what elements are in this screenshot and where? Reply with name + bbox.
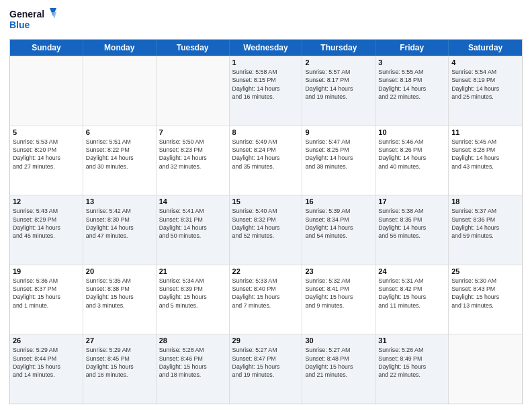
day-cell-11: 11Sunrise: 5:45 AM Sunset: 8:28 PM Dayli… (449, 126, 522, 195)
logo: General Blue (9, 7, 56, 35)
cell-info: Sunrise: 5:58 AM Sunset: 8:15 PM Dayligh… (232, 68, 300, 101)
weekday-header-friday: Friday (375, 40, 449, 56)
svg-text:General: General (9, 9, 44, 19)
day-number: 4 (451, 58, 519, 66)
day-cell-19: 19Sunrise: 5:36 AM Sunset: 8:37 PM Dayli… (10, 265, 83, 334)
cell-info: Sunrise: 5:38 AM Sunset: 8:35 PM Dayligh… (378, 207, 445, 240)
day-number: 8 (232, 128, 300, 136)
cell-info: Sunrise: 5:27 AM Sunset: 8:47 PM Dayligh… (232, 346, 300, 379)
day-cell-25: 25Sunrise: 5:30 AM Sunset: 8:43 PM Dayli… (449, 265, 522, 334)
day-number: 7 (159, 128, 226, 136)
cell-info: Sunrise: 5:54 AM Sunset: 8:19 PM Dayligh… (451, 68, 519, 101)
calendar-row-5: 26Sunrise: 5:29 AM Sunset: 8:44 PM Dayli… (10, 334, 522, 404)
cell-info: Sunrise: 5:47 AM Sunset: 8:25 PM Dayligh… (305, 138, 372, 171)
calendar-row-2: 5Sunrise: 5:53 AM Sunset: 8:20 PM Daylig… (10, 126, 522, 195)
day-cell-30: 30Sunrise: 5:27 AM Sunset: 8:48 PM Dayli… (302, 334, 375, 404)
day-cell-18: 18Sunrise: 5:37 AM Sunset: 8:36 PM Dayli… (449, 195, 522, 265)
day-cell-31: 31Sunrise: 5:26 AM Sunset: 8:49 PM Dayli… (375, 334, 449, 404)
weekday-header-wednesday: Wednesday (230, 40, 303, 56)
day-cell-10: 10Sunrise: 5:46 AM Sunset: 8:26 PM Dayli… (375, 126, 449, 195)
day-cell-29: 29Sunrise: 5:27 AM Sunset: 8:47 PM Dayli… (230, 334, 303, 404)
calendar-body: 1Sunrise: 5:58 AM Sunset: 8:15 PM Daylig… (10, 56, 522, 404)
logo-svg: General Blue (9, 7, 56, 35)
day-number: 31 (378, 336, 445, 345)
cell-info: Sunrise: 5:32 AM Sunset: 8:41 PM Dayligh… (305, 277, 372, 310)
cell-info: Sunrise: 5:51 AM Sunset: 8:22 PM Dayligh… (86, 138, 153, 171)
empty-cell (449, 334, 522, 404)
day-number: 3 (378, 58, 445, 66)
calendar: SundayMondayTuesdayWednesdayThursdayFrid… (9, 39, 523, 404)
cell-info: Sunrise: 5:30 AM Sunset: 8:43 PM Dayligh… (451, 277, 519, 310)
day-cell-5: 5Sunrise: 5:53 AM Sunset: 8:20 PM Daylig… (10, 126, 83, 195)
day-cell-8: 8Sunrise: 5:49 AM Sunset: 8:24 PM Daylig… (230, 126, 303, 195)
day-cell-20: 20Sunrise: 5:35 AM Sunset: 8:38 PM Dayli… (83, 265, 157, 334)
cell-info: Sunrise: 5:45 AM Sunset: 8:28 PM Dayligh… (451, 138, 519, 171)
day-cell-14: 14Sunrise: 5:41 AM Sunset: 8:31 PM Dayli… (157, 195, 230, 265)
cell-info: Sunrise: 5:49 AM Sunset: 8:24 PM Dayligh… (232, 138, 300, 171)
day-cell-15: 15Sunrise: 5:40 AM Sunset: 8:32 PM Dayli… (230, 195, 303, 265)
cell-info: Sunrise: 5:29 AM Sunset: 8:45 PM Dayligh… (86, 346, 153, 379)
day-cell-2: 2Sunrise: 5:57 AM Sunset: 8:17 PM Daylig… (302, 56, 375, 126)
weekday-header-monday: Monday (83, 40, 157, 56)
cell-info: Sunrise: 5:35 AM Sunset: 8:38 PM Dayligh… (86, 277, 153, 310)
day-number: 28 (159, 336, 226, 345)
day-cell-13: 13Sunrise: 5:42 AM Sunset: 8:30 PM Dayli… (83, 195, 157, 265)
weekday-header-saturday: Saturday (449, 40, 522, 56)
day-cell-21: 21Sunrise: 5:34 AM Sunset: 8:39 PM Dayli… (157, 265, 230, 334)
cell-info: Sunrise: 5:27 AM Sunset: 8:48 PM Dayligh… (305, 346, 372, 379)
day-cell-3: 3Sunrise: 5:55 AM Sunset: 8:18 PM Daylig… (375, 56, 449, 126)
page: General Blue SundayMondayTuesdayWednesda… (0, 0, 532, 411)
day-cell-24: 24Sunrise: 5:31 AM Sunset: 8:42 PM Dayli… (375, 265, 449, 334)
day-cell-17: 17Sunrise: 5:38 AM Sunset: 8:35 PM Dayli… (375, 195, 449, 265)
calendar-row-4: 19Sunrise: 5:36 AM Sunset: 8:37 PM Dayli… (10, 265, 522, 334)
day-cell-22: 22Sunrise: 5:33 AM Sunset: 8:40 PM Dayli… (230, 265, 303, 334)
weekday-header-thursday: Thursday (302, 40, 375, 56)
cell-info: Sunrise: 5:53 AM Sunset: 8:20 PM Dayligh… (13, 138, 80, 171)
cell-info: Sunrise: 5:40 AM Sunset: 8:32 PM Dayligh… (232, 207, 300, 240)
empty-cell (10, 56, 83, 126)
svg-text:Blue: Blue (9, 19, 30, 30)
day-cell-7: 7Sunrise: 5:50 AM Sunset: 8:23 PM Daylig… (157, 126, 230, 195)
day-number: 14 (159, 197, 226, 205)
day-number: 11 (451, 128, 519, 136)
cell-info: Sunrise: 5:34 AM Sunset: 8:39 PM Dayligh… (159, 277, 226, 310)
day-number: 9 (305, 128, 372, 136)
calendar-row-3: 12Sunrise: 5:43 AM Sunset: 8:29 PM Dayli… (10, 195, 522, 265)
cell-info: Sunrise: 5:36 AM Sunset: 8:37 PM Dayligh… (13, 277, 80, 310)
day-number: 13 (86, 197, 153, 205)
weekday-header-tuesday: Tuesday (157, 40, 230, 56)
cell-info: Sunrise: 5:26 AM Sunset: 8:49 PM Dayligh… (378, 346, 445, 379)
day-number: 26 (13, 336, 80, 345)
cell-info: Sunrise: 5:33 AM Sunset: 8:40 PM Dayligh… (232, 277, 300, 310)
day-number: 17 (378, 197, 445, 205)
day-number: 5 (13, 128, 80, 136)
day-number: 16 (305, 197, 372, 205)
svg-marker-3 (52, 12, 56, 19)
day-cell-12: 12Sunrise: 5:43 AM Sunset: 8:29 PM Dayli… (10, 195, 83, 265)
day-number: 15 (232, 197, 300, 205)
day-number: 10 (378, 128, 445, 136)
header: General Blue (9, 7, 523, 35)
day-number: 30 (305, 336, 372, 345)
day-number: 29 (232, 336, 300, 345)
weekday-header-sunday: Sunday (10, 40, 83, 56)
day-number: 22 (232, 267, 300, 275)
calendar-header: SundayMondayTuesdayWednesdayThursdayFrid… (10, 40, 522, 56)
cell-info: Sunrise: 5:43 AM Sunset: 8:29 PM Dayligh… (13, 207, 80, 240)
empty-cell (83, 56, 157, 126)
cell-info: Sunrise: 5:29 AM Sunset: 8:44 PM Dayligh… (13, 346, 80, 379)
cell-info: Sunrise: 5:31 AM Sunset: 8:42 PM Dayligh… (378, 277, 445, 310)
cell-info: Sunrise: 5:42 AM Sunset: 8:30 PM Dayligh… (86, 207, 153, 240)
day-number: 23 (305, 267, 372, 275)
cell-info: Sunrise: 5:37 AM Sunset: 8:36 PM Dayligh… (451, 207, 519, 240)
day-number: 21 (159, 267, 226, 275)
cell-info: Sunrise: 5:28 AM Sunset: 8:46 PM Dayligh… (159, 346, 226, 379)
day-number: 20 (86, 267, 153, 275)
day-cell-9: 9Sunrise: 5:47 AM Sunset: 8:25 PM Daylig… (302, 126, 375, 195)
cell-info: Sunrise: 5:50 AM Sunset: 8:23 PM Dayligh… (159, 138, 226, 171)
day-cell-26: 26Sunrise: 5:29 AM Sunset: 8:44 PM Dayli… (10, 334, 83, 404)
day-number: 27 (86, 336, 153, 345)
day-number: 12 (13, 197, 80, 205)
cell-info: Sunrise: 5:39 AM Sunset: 8:34 PM Dayligh… (305, 207, 372, 240)
day-cell-6: 6Sunrise: 5:51 AM Sunset: 8:22 PM Daylig… (83, 126, 157, 195)
